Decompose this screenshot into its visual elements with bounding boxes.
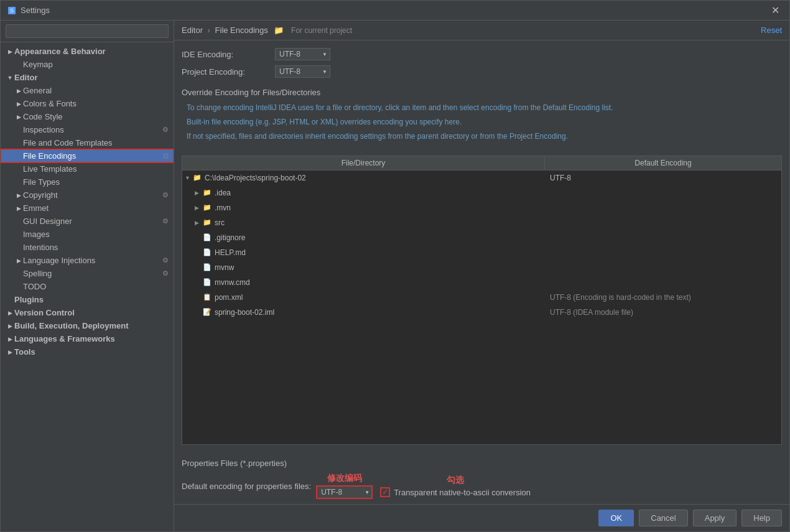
file-cell-name: ▶ 📁 .mvn (182, 202, 545, 214)
file-enc (545, 207, 781, 209)
help-button[interactable]: Help (741, 510, 782, 526)
sidebar-label: Keymap (23, 60, 174, 69)
row-arrow: ▶ (195, 190, 202, 196)
close-button[interactable]: ✕ (768, 3, 783, 17)
iml-icon: 📝 (202, 307, 212, 317)
sidebar-tree: ▶ Appearance & Behavior Keymap ▼ Editor … (1, 42, 174, 531)
search-box (1, 21, 174, 42)
expand-arrow: ▶ (14, 88, 23, 94)
table-row[interactable]: 📄 .gitignore (182, 230, 781, 245)
sidebar-item-build-exec[interactable]: ▶ Build, Execution, Deployment (1, 319, 174, 332)
expand-arrow: ▶ (6, 310, 14, 316)
sidebar-item-tools[interactable]: ▶ Tools (1, 345, 174, 358)
sidebar-item-file-types[interactable]: File Types (1, 175, 174, 189)
sidebar-item-code-style[interactable]: ▶ Code Style (1, 110, 174, 123)
sidebar-item-live-templates[interactable]: Live Templates (1, 162, 174, 175)
sidebar-label: TODO (23, 282, 174, 291)
sidebar-label: File Types (23, 177, 174, 187)
table-row[interactable]: 📄 mvnw (182, 260, 781, 275)
sidebar-label: Editor (14, 73, 174, 82)
sidebar-item-version-control[interactable]: ▶ Version Control (1, 306, 174, 319)
sidebar-item-todo[interactable]: TODO (1, 280, 174, 293)
props-encoding-select[interactable]: UTF-8 ISO-8859-1 (316, 485, 373, 499)
file-enc (545, 222, 781, 224)
svg-text:S: S (10, 7, 14, 14)
file-table: File/Directory Default Encoding ▼ 📁 C:\I… (182, 156, 782, 445)
file-enc (545, 281, 781, 284)
override-title: Override Encoding for Files/Directories (182, 88, 782, 97)
panel-header: Editor › File Encodings 📁 For current pr… (174, 21, 789, 40)
ide-encoding-row: IDE Encoding: UTF-8 ISO-8859-1 US-ASCII (182, 48, 782, 60)
sidebar-label: Code Style (23, 112, 174, 121)
cancel-button[interactable]: Cancel (639, 510, 687, 526)
sidebar-item-general[interactable]: ▶ General (1, 84, 174, 97)
properties-section: Properties Files (*.properties) Default … (174, 452, 789, 504)
file-enc (545, 266, 781, 269)
override-info1: To change encoding IntelliJ IDEA uses fo… (182, 102, 782, 114)
search-input[interactable] (6, 24, 169, 38)
col-enc-header: Default Encoding (545, 156, 781, 170)
sidebar-item-gui-designer[interactable]: GUI Designer ⚙ (1, 215, 174, 228)
expand-arrow: ▶ (6, 349, 14, 355)
table-row[interactable]: ▶ 📁 .idea (182, 185, 781, 200)
sidebar-item-appearance[interactable]: ▶ Appearance & Behavior (1, 45, 174, 58)
annotation-modify-wrapper: 修改编码 UTF-8 ISO-8859-1 (316, 473, 373, 499)
file-cell-name: 📝 spring-boot-02.iml (182, 306, 545, 319)
window-title: Settings (21, 6, 768, 15)
table-row[interactable]: 📄 HELP.md (182, 245, 781, 260)
right-panel: Editor › File Encodings 📁 For current pr… (174, 21, 789, 531)
sidebar-item-images[interactable]: Images (1, 228, 174, 241)
title-bar: S Settings ✕ (1, 1, 789, 21)
file-name: .idea (215, 189, 231, 197)
settings-icon: ⚙ (162, 256, 169, 264)
sidebar-item-languages[interactable]: ▶ Languages & Frameworks (1, 332, 174, 345)
ok-button[interactable]: OK (598, 510, 634, 526)
sidebar-item-inspections[interactable]: Inspections ⚙ (1, 123, 174, 136)
expand-arrow: ▶ (14, 192, 23, 198)
file-icon: 📄 (202, 278, 212, 287)
annotation-check-wrapper: 勾选 Transparent native-to-ascii conversio… (380, 475, 531, 497)
file-cell-name: ▶ 📁 .idea (182, 187, 545, 199)
expand-arrow: ▶ (6, 323, 14, 329)
table-row[interactable]: 📝 spring-boot-02.iml UTF-8 (IDEA module … (182, 305, 781, 320)
sidebar-item-keymap[interactable]: Keymap (1, 58, 174, 71)
breadcrumb: Editor › File Encodings 📁 For current pr… (182, 26, 352, 35)
sidebar-item-spelling[interactable]: Spelling ⚙ (1, 267, 174, 280)
sidebar-item-intentions[interactable]: Intentions (1, 241, 174, 254)
table-row[interactable]: ▶ 📁 src (182, 215, 781, 230)
expand-arrow: ▶ (14, 114, 23, 120)
table-row[interactable]: 📋 pom.xml UTF-8 (Encoding is hard-coded … (182, 290, 781, 305)
reset-link[interactable]: Reset (761, 26, 782, 35)
file-enc: UTF-8 (545, 172, 781, 184)
apply-button[interactable]: Apply (693, 510, 737, 526)
table-row[interactable]: ▶ 📁 .mvn (182, 200, 781, 215)
project-encoding-select[interactable]: UTF-8 ISO-8859-1 US-ASCII (275, 65, 330, 78)
folder-icon: 📁 (192, 173, 202, 183)
file-cell-name: 📋 pom.xml (182, 291, 545, 304)
sidebar-item-plugins[interactable]: Plugins (1, 293, 174, 306)
settings-icon: ⚙ (162, 126, 169, 134)
table-row[interactable]: 📄 mvnw.cmd (182, 275, 781, 290)
expand-arrow: ▶ (14, 101, 23, 107)
sidebar-item-file-code-templates[interactable]: File and Code Templates (1, 136, 174, 149)
sidebar-label: General (23, 86, 174, 95)
sidebar-item-emmet[interactable]: ▶ Emmet (1, 202, 174, 215)
project-icon: 📁 (274, 26, 284, 35)
sidebar-item-file-encodings[interactable]: File Encodings ⊡ (1, 149, 174, 162)
project-tag: For current project (291, 26, 352, 35)
expand-arrow: ▼ (6, 75, 14, 81)
sidebar-label: Appearance & Behavior (14, 47, 174, 56)
sidebar-label: Build, Execution, Deployment (14, 321, 174, 330)
sidebar-item-language-injections[interactable]: ▶ Language Injections ⚙ (1, 254, 174, 267)
file-enc (545, 192, 781, 194)
file-cell-name: 📄 HELP.md (182, 246, 545, 259)
table-row[interactable]: ▼ 📁 C:\IdeaProjects\spring-boot-02 UTF-8 (182, 170, 781, 185)
annotation-modify-label: 修改编码 (327, 473, 362, 484)
sidebar-item-colors-fonts[interactable]: ▶ Colors & Fonts (1, 97, 174, 110)
file-name: mvnw (215, 263, 234, 272)
transparent-checkbox[interactable] (380, 487, 390, 497)
sidebar-item-editor[interactable]: ▼ Editor (1, 71, 174, 84)
ide-encoding-select[interactable]: UTF-8 ISO-8859-1 US-ASCII (275, 48, 330, 60)
file-icon: 📄 (202, 248, 212, 258)
sidebar-item-copyright[interactable]: ▶ Copyright ⚙ (1, 189, 174, 202)
